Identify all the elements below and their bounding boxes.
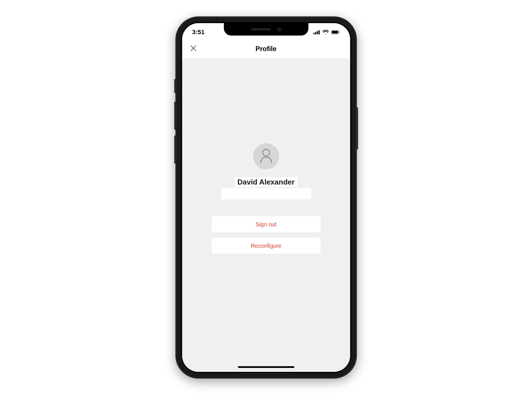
status-time: 3:51 — [192, 26, 205, 36]
avatar[interactable] — [253, 143, 279, 169]
svg-point-9 — [263, 149, 270, 156]
svg-rect-2 — [317, 31, 318, 34]
svg-rect-6 — [339, 31, 340, 33]
svg-rect-1 — [315, 32, 316, 34]
wifi-icon — [323, 30, 329, 34]
front-camera — [277, 27, 281, 31]
close-icon — [190, 45, 197, 53]
volume-up-button — [174, 102, 176, 130]
reconfigure-button[interactable]: Reconfigure — [211, 237, 321, 254]
page-title: Profile — [255, 45, 277, 53]
content-area: David Alexander Sign out Reconfigure — [182, 59, 350, 372]
cellular-signal-icon — [314, 30, 320, 34]
sign-out-button[interactable]: Sign out — [211, 216, 321, 233]
home-indicator[interactable] — [238, 366, 294, 368]
status-icons — [314, 28, 340, 34]
close-button[interactable] — [188, 44, 198, 54]
svg-rect-0 — [314, 33, 315, 34]
action-buttons: Sign out Reconfigure — [211, 216, 321, 254]
profile-email — [221, 188, 311, 199]
svg-rect-5 — [332, 31, 338, 34]
battery-icon — [331, 30, 340, 34]
notch — [224, 23, 308, 36]
volume-down-button — [174, 135, 176, 164]
phone-frame: 3:51 — [176, 17, 356, 378]
speaker-grille — [251, 28, 271, 30]
screen: 3:51 — [182, 23, 350, 372]
profile-name: David Alexander — [235, 177, 297, 187]
phone-bezel: 3:51 — [181, 22, 351, 373]
power-button — [356, 107, 358, 150]
nav-header: Profile — [182, 39, 350, 59]
svg-rect-3 — [319, 30, 320, 34]
person-icon — [259, 148, 273, 164]
mute-switch — [174, 79, 176, 93]
